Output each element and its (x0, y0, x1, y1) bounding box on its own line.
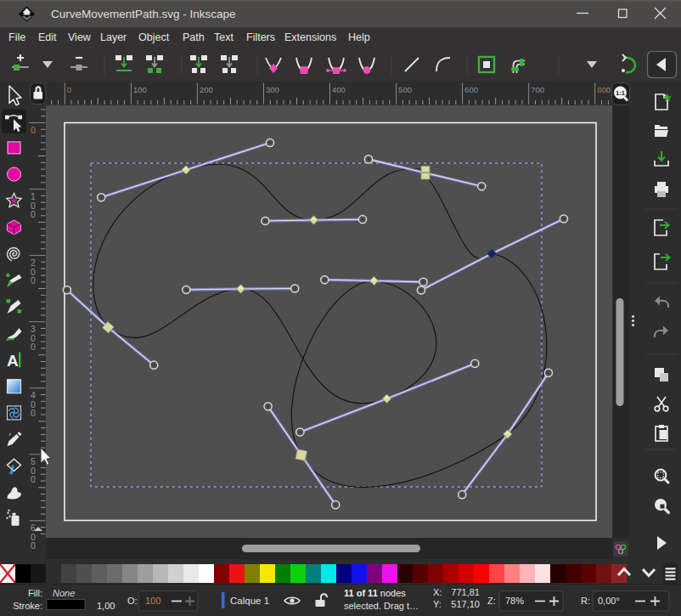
svg-text:517,10: 517,10 (451, 599, 480, 609)
svg-text:0: 0 (31, 125, 36, 135)
svg-text:O:: O: (127, 596, 138, 606)
svg-text:0: 0 (31, 408, 36, 418)
svg-text:CurveMovementPath.svg - Inksca: CurveMovementPath.svg - Inkscape (51, 8, 236, 20)
svg-text:Text: Text (214, 31, 234, 43)
svg-text:700: 700 (531, 85, 544, 94)
svg-text:Extensions: Extensions (284, 31, 336, 43)
svg-text:200: 200 (200, 85, 213, 94)
svg-text:Stroke:: Stroke: (13, 601, 42, 611)
svg-text:Path: Path (183, 31, 205, 43)
svg-text:0,00°: 0,00° (598, 596, 620, 606)
svg-text:100: 100 (145, 596, 160, 606)
svg-text:600: 600 (464, 85, 478, 94)
svg-text:1,00: 1,00 (97, 601, 115, 611)
svg-text:1:1: 1:1 (616, 89, 625, 97)
svg-text:R:: R: (581, 596, 590, 606)
svg-text:78%: 78% (505, 596, 524, 606)
svg-text:0: 0 (31, 209, 36, 219)
svg-text:11 of 11 nodes: 11 of 11 nodes (344, 588, 406, 598)
svg-text:Help: Help (348, 31, 370, 43)
svg-text:0: 0 (67, 85, 71, 94)
svg-text:A: A (7, 352, 19, 370)
svg-text:X:: X: (433, 587, 442, 597)
svg-text:File: File (8, 31, 25, 43)
svg-text:Object: Object (138, 31, 170, 43)
svg-text:500: 500 (398, 85, 412, 94)
svg-text:Calque 1: Calque 1 (230, 596, 269, 606)
svg-text:Fill:: Fill: (28, 588, 42, 598)
svg-text:771,81: 771,81 (451, 587, 480, 597)
svg-text:Y:: Y: (433, 599, 442, 609)
svg-text:Layer: Layer (100, 31, 127, 43)
svg-text:100: 100 (133, 85, 147, 94)
svg-text:selected. Drag t…: selected. Drag t… (344, 601, 419, 611)
svg-text:Z:: Z: (487, 596, 496, 606)
svg-text:Filters: Filters (246, 31, 275, 43)
svg-text:View: View (68, 31, 92, 43)
svg-text:None: None (53, 588, 75, 598)
svg-text:Edit: Edit (38, 31, 57, 43)
svg-text:400: 400 (332, 85, 346, 94)
svg-text:300: 300 (266, 85, 279, 94)
svg-text:0: 0 (31, 342, 36, 352)
svg-text:800: 800 (597, 85, 611, 94)
svg-text:0: 0 (31, 275, 36, 285)
svg-text:0: 0 (31, 540, 36, 551)
svg-text:0: 0 (31, 474, 36, 484)
